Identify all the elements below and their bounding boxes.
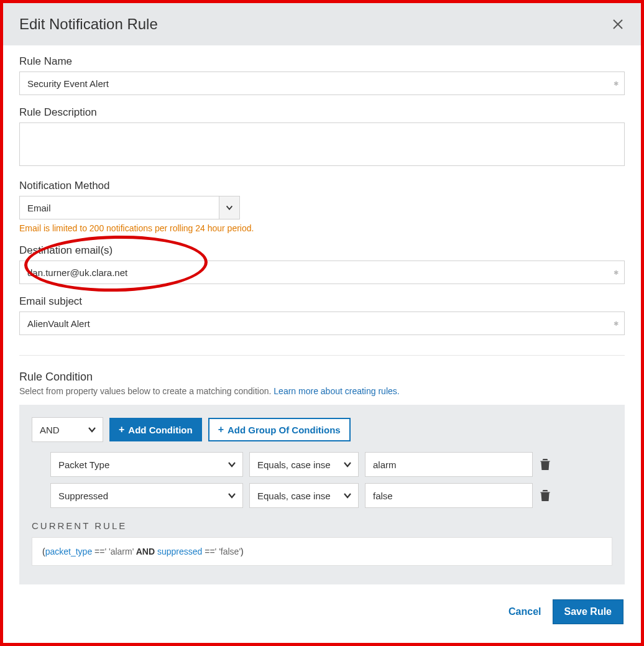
email-subject-input[interactable] xyxy=(19,311,625,335)
delete-condition-button[interactable] xyxy=(539,458,551,471)
trash-icon xyxy=(540,458,551,471)
current-rule-label: CURRENT RULE xyxy=(32,520,612,531)
close-icon xyxy=(612,18,624,30)
modal-frame: Edit Notification Rule Rule Name Rule De… xyxy=(0,0,644,646)
rule-condition-title: Rule Condition xyxy=(19,371,625,384)
rule-condition-subtitle-text: Select from property values below to cre… xyxy=(19,386,274,396)
condition-value-input[interactable] xyxy=(365,452,533,477)
destination-emails-input[interactable] xyxy=(19,261,625,284)
field-email-subject: Email subject xyxy=(19,295,625,335)
rule-name-label: Rule Name xyxy=(19,55,625,68)
modal-header: Edit Notification Rule xyxy=(3,3,641,45)
email-subject-label: Email subject xyxy=(19,295,625,308)
condition-property-select[interactable]: Packet Type xyxy=(50,452,243,477)
field-rule-description: Rule Description xyxy=(19,106,625,168)
rule-condition-subtitle: Select from property values below to cre… xyxy=(19,386,625,396)
rule-description-input[interactable] xyxy=(19,122,625,166)
field-rule-name: Rule Name xyxy=(19,55,625,95)
trash-icon xyxy=(540,489,551,502)
rule-description-label: Rule Description xyxy=(19,106,625,119)
condition-rows: Packet Type Equals, case inse xyxy=(32,452,612,508)
field-destination-emails: Destination email(s) xyxy=(19,244,625,284)
section-divider xyxy=(19,355,625,356)
plus-icon: + xyxy=(119,424,124,435)
learn-more-link[interactable]: Learn more about creating rules. xyxy=(274,386,399,396)
close-button[interactable] xyxy=(611,17,625,31)
notification-method-label: Notification Method xyxy=(19,180,625,192)
modal-body[interactable]: Rule Name Rule Description Notification … xyxy=(3,45,641,586)
notification-method-helper: Email is limited to 200 notifications pe… xyxy=(19,223,625,233)
condition-row: Suppressed Equals, case inse xyxy=(50,483,612,508)
add-condition-label: Add Condition xyxy=(128,425,192,435)
delete-condition-button[interactable] xyxy=(539,489,551,502)
condition-operator-select[interactable]: Equals, case inse xyxy=(249,483,359,508)
modal-title: Edit Notification Rule xyxy=(19,16,158,33)
rule-name-input[interactable] xyxy=(19,72,625,95)
add-group-label: Add Group Of Conditions xyxy=(228,425,341,435)
modal-footer: Cancel Save Rule xyxy=(3,586,641,643)
field-notification-method: Notification Method Email Email is limit… xyxy=(19,180,625,233)
notification-method-select[interactable]: Email xyxy=(19,196,240,219)
add-group-button[interactable]: + Add Group Of Conditions xyxy=(208,418,351,441)
cancel-button[interactable]: Cancel xyxy=(508,606,541,617)
condition-row: Packet Type Equals, case inse xyxy=(50,452,612,477)
current-rule-preview: (packet_type ==' 'alarm' AND suppressed … xyxy=(32,537,612,566)
condition-operator-select[interactable]: Equals, case inse xyxy=(249,452,359,477)
condition-property-select[interactable]: Suppressed xyxy=(50,483,243,508)
condition-toolbar: AND + Add Condition + Add Group Of Condi… xyxy=(32,417,612,442)
add-condition-button[interactable]: + Add Condition xyxy=(109,418,202,441)
plus-icon: + xyxy=(218,424,224,435)
destination-emails-label: Destination email(s) xyxy=(19,244,625,257)
logic-operator-select[interactable]: AND xyxy=(32,417,103,442)
rule-condition-panel: AND + Add Condition + Add Group Of Condi… xyxy=(19,405,625,584)
condition-value-input[interactable] xyxy=(365,483,533,508)
save-rule-button[interactable]: Save Rule xyxy=(553,599,623,624)
